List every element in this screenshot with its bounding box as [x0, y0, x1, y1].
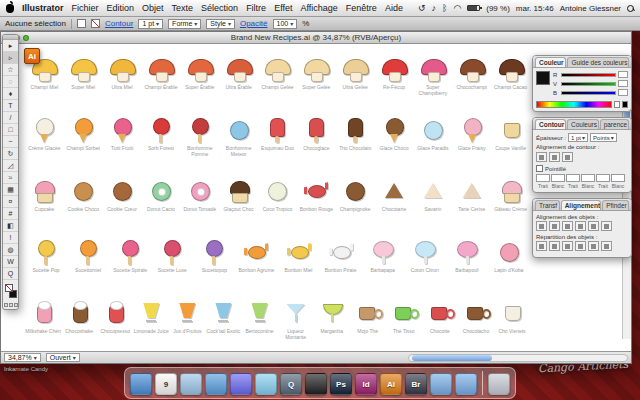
- menu-s-lection[interactable]: Sélection: [201, 3, 238, 13]
- food-icon-tarte-cerise[interactable]: Tarte Cerise: [453, 179, 490, 213]
- opacity-link[interactable]: Opacité: [240, 19, 268, 28]
- symbol-sprayer-tool[interactable]: ¤: [3, 196, 18, 208]
- food-icon-sucette-spirale[interactable]: Sucette Spirale: [112, 240, 149, 274]
- stroke-align-button-3[interactable]: [562, 152, 573, 162]
- slider-track[interactable]: [561, 82, 616, 86]
- stroke-weight-field[interactable]: 1 pt▾: [568, 133, 588, 142]
- eyedropper-tool[interactable]: !: [3, 232, 18, 244]
- line-tool[interactable]: /: [3, 112, 18, 124]
- time-machine-icon[interactable]: ↺: [418, 3, 426, 13]
- volume-icon[interactable]: ♪: [431, 3, 436, 13]
- lasso-tool[interactable]: ◌: [3, 76, 18, 88]
- dash-input[interactable]: [596, 174, 610, 182]
- user-menu[interactable]: Antoine Giessner: [560, 4, 621, 13]
- dashed-line-checkbox[interactable]: [536, 165, 543, 172]
- food-icon-barbapapa[interactable]: Barbapapa: [364, 240, 401, 274]
- screen-mode-menu[interactable]: [14, 303, 18, 307]
- tab-couleur[interactable]: Couleur: [535, 57, 566, 67]
- app-menu[interactable]: Illustrator: [22, 3, 64, 13]
- horizontal-scroll-thumb[interactable]: [412, 355, 492, 361]
- opacity-field[interactable]: 100▾: [273, 19, 298, 29]
- bluetooth-icon[interactable]: ᛒ: [442, 3, 447, 13]
- food-icon-champi-cacao[interactable]: Champi Cacao: [492, 57, 529, 91]
- dock-quicktime[interactable]: Q: [280, 373, 302, 395]
- food-icon-super-miel[interactable]: Super Miel: [65, 57, 102, 91]
- dock-photoshop[interactable]: Ps: [330, 373, 352, 395]
- food-icon-champi-rable[interactable]: Champi Érable: [142, 57, 179, 91]
- food-icon-esquimau-duo[interactable]: Esquimau Duo: [259, 118, 296, 152]
- distribute-button-6[interactable]: [601, 241, 612, 251]
- battery-icon[interactable]: [467, 5, 480, 11]
- dock-bridge[interactable]: Br: [405, 373, 427, 395]
- wifi-icon[interactable]: ◠: [453, 3, 461, 13]
- food-icon-coco-tropico[interactable]: Coco Tropico: [259, 179, 296, 213]
- food-icon-chocopresso[interactable]: Chocopresso: [97, 301, 133, 335]
- color-spectrum-bar[interactable]: [536, 101, 612, 108]
- tab-apparence[interactable]: parence: [600, 119, 629, 129]
- dock-safari[interactable]: [205, 373, 227, 395]
- food-icon-super-champiberry[interactable]: Super Champiberry: [414, 57, 451, 97]
- distribute-button-3[interactable]: [562, 241, 573, 251]
- food-icon-margaritta[interactable]: Margaritta: [314, 301, 350, 335]
- zoom-level-dropdown[interactable]: 34,87%▾: [4, 353, 41, 362]
- fill-swatch[interactable]: [5, 284, 13, 292]
- food-icon-super-gel-e[interactable]: Super Gelée: [298, 57, 335, 91]
- food-icon-cupcake[interactable]: Cupcake: [26, 179, 63, 213]
- food-icon-chocochampi[interactable]: Chocochampi: [453, 57, 490, 91]
- align-button-1[interactable]: [536, 221, 547, 231]
- food-icon-cookie-c-ur[interactable]: Cookie Cœur: [104, 179, 141, 213]
- stroke-align-button-2[interactable]: [549, 152, 560, 162]
- direct-selection-tool[interactable]: ▹: [3, 52, 18, 64]
- food-icon-cookie-choco[interactable]: Cookie Choco: [65, 179, 102, 213]
- stroke-color-control[interactable]: [91, 19, 100, 28]
- slider-value-field[interactable]: [618, 89, 628, 96]
- zoom-button[interactable]: [23, 35, 29, 41]
- type-tool[interactable]: T: [3, 100, 18, 112]
- blend-tool[interactable]: ◍: [3, 244, 18, 256]
- screen-mode-full[interactable]: [9, 303, 13, 307]
- food-icon-sucettopop[interactable]: Sucettopop: [196, 240, 233, 274]
- food-icon-chocotarte[interactable]: Chocotarte: [376, 179, 413, 213]
- style-dropdown[interactable]: Style▾: [206, 19, 235, 29]
- food-icon-cock-tail-exotic[interactable]: Cock'tail Exotic: [205, 301, 241, 335]
- warp-tool[interactable]: ≈: [3, 172, 18, 184]
- food-icon-champi-gel-e[interactable]: Champi Gelée: [259, 57, 296, 91]
- menu-objet[interactable]: Objet: [142, 3, 164, 13]
- food-icon-coton-citron[interactable]: Coton Citron: [406, 240, 443, 274]
- zoom-tool[interactable]: Q: [3, 268, 18, 280]
- status-dropdown[interactable]: Ouvert▾: [46, 353, 80, 362]
- food-icon-bonhomme-meteor[interactable]: Bonhomme Meteor: [220, 118, 257, 158]
- food-icon-g-teau-cr-me[interactable]: Gâteau Crème: [492, 179, 529, 213]
- menu-fichier[interactable]: Fichier: [72, 3, 99, 13]
- food-icon-gla-out-choc[interactable]: Glaçout Choc: [220, 179, 257, 213]
- paintbrush-tool[interactable]: ~: [3, 136, 18, 148]
- align-button-2[interactable]: [549, 221, 560, 231]
- dock-illustrator[interactable]: Ai: [380, 373, 402, 395]
- hand-tool[interactable]: W: [3, 256, 18, 268]
- slider-track[interactable]: [561, 73, 616, 77]
- magic-wand-tool[interactable]: ☆: [3, 64, 18, 76]
- food-icon-champignoke[interactable]: Champignoke: [337, 179, 374, 213]
- horizontal-scrollbar[interactable]: [408, 354, 628, 362]
- pen-tool[interactable]: ♦: [3, 88, 18, 100]
- food-icon-ultra-miel[interactable]: Ultra Miel: [104, 57, 141, 91]
- align-button-3[interactable]: [562, 221, 573, 231]
- tab-pathfinder[interactable]: Pfinder: [602, 200, 629, 210]
- window-titlebar[interactable]: Brand New Recipes.ai @ 34,87% (RVB/Aperç…: [1, 32, 631, 44]
- distribute-button-1[interactable]: [536, 241, 547, 251]
- food-icon-bonbon-agrume[interactable]: Bonbon Agrume: [238, 240, 275, 274]
- distribute-button-4[interactable]: [575, 241, 586, 251]
- align-button-4[interactable]: [575, 221, 586, 231]
- food-icon-liqueur-montante[interactable]: Liqueur Montante: [278, 301, 314, 341]
- menu-filtre[interactable]: Filtre: [246, 3, 266, 13]
- dash-input[interactable]: [581, 174, 595, 182]
- apple-icon[interactable]: [6, 4, 14, 13]
- tab-alignement[interactable]: Alignement: [561, 200, 601, 210]
- align-button-5[interactable]: [588, 221, 599, 231]
- current-color-swatch[interactable]: [536, 71, 550, 85]
- dash-input[interactable]: [551, 174, 565, 182]
- food-icon-trio-chocolats[interactable]: Trio Chocolats: [337, 118, 374, 152]
- menu-effet[interactable]: Effet: [274, 3, 292, 13]
- distribute-button-2[interactable]: [549, 241, 560, 251]
- gradient-tool[interactable]: ◧: [3, 220, 18, 232]
